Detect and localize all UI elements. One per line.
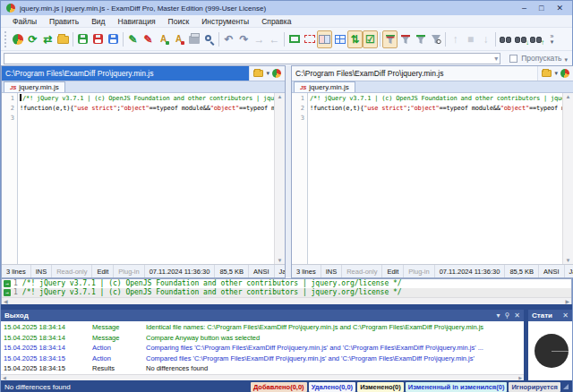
resize-grip[interactable] — [563, 384, 569, 389]
statistics-header: Стати ✕ — [528, 310, 572, 321]
go-forward-button[interactable]: → — [252, 30, 267, 48]
refresh-button[interactable]: ⟳ — [25, 30, 40, 48]
close-button[interactable]: ✕ — [556, 4, 563, 13]
compare-button[interactable] — [10, 30, 25, 48]
code-line-3 — [20, 114, 274, 124]
prev-diff-button[interactable]: ↑ — [448, 30, 463, 48]
right-path-dropdown-icon[interactable]: ▾ — [554, 70, 558, 77]
title-bar[interactable]: jquery.min.js | jquery.min.js - ExamDiff… — [1, 1, 572, 15]
filter-all-diffs-button[interactable] — [382, 30, 398, 48]
menu-item-0[interactable]: Файлы — [6, 17, 43, 26]
toolbar: ⟳⇄✎✎AA↶↷→←⇅☑↑■↓↓↑»▾ — [1, 28, 572, 51]
current-diff-button[interactable]: ■ — [463, 30, 478, 48]
filter-added-button[interactable] — [413, 30, 428, 48]
menu-item-4[interactable]: Поиск — [162, 17, 196, 26]
print-button[interactable] — [186, 30, 201, 48]
inspector-row[interactable]: →1/*! jQuery v3.7.1 | (c) OpenJS Foundat… — [2, 288, 571, 297]
compare-icon[interactable] — [560, 69, 569, 78]
output-close-icon[interactable]: ✕ — [514, 311, 520, 320]
line-inspector: →1/*! jQuery v3.7.1 | (c) OpenJS Foundat… — [1, 278, 572, 304]
show-identical-button[interactable]: ☑ — [363, 30, 378, 48]
search-button[interactable] — [201, 30, 217, 48]
log-row[interactable]: 15.04.2025 18:34:14MessageCompare Anyway… — [1, 333, 524, 344]
status-item-0: 3 lines — [2, 265, 31, 277]
left-file-tab[interactable]: JS jquery.min.js — [4, 81, 65, 92]
output-menu-icon[interactable]: ▾ — [496, 311, 500, 320]
right-scrollbar[interactable]: ▲▼ — [562, 93, 573, 264]
edit-first-button[interactable]: ✎ — [125, 30, 141, 48]
text-caret — [20, 94, 21, 101]
toolbar-overflow-button[interactable]: »▾ — [543, 30, 559, 48]
log-row[interactable]: 15.04.2025 18:34:15ResultsNo differences… — [1, 363, 524, 374]
table-view-button[interactable] — [332, 30, 347, 48]
output-pin-icon[interactable]: ⚲ — [504, 311, 509, 320]
js-file-icon: JS — [300, 85, 306, 90]
right-file-tab[interactable]: JS jquery.min.js — [294, 81, 355, 92]
find-next-button[interactable]: ↓ — [513, 30, 528, 48]
save-both-button[interactable] — [106, 30, 121, 48]
show-differences-button[interactable]: ⇅ — [347, 30, 363, 48]
left-file-path[interactable]: C:\Program Files\ExamDiff Pro\jquery.min… — [2, 66, 249, 81]
statistics-pie-chart — [535, 334, 569, 368]
log-row[interactable]: 15.04.2025 18:34:14MessageIdentical file… — [1, 322, 524, 333]
find-button[interactable] — [498, 30, 513, 48]
minimize-button[interactable]: – — [522, 4, 526, 13]
output-hscrollbar[interactable]: ◀▶ — [1, 374, 524, 380]
left-path-dropdown-icon[interactable]: ▾ — [266, 70, 269, 77]
menu-item-5[interactable]: Инструменты — [195, 17, 255, 26]
show-first-pane-button[interactable] — [286, 30, 302, 48]
log-row[interactable]: 15.04.2025 18:34:14ActionComparing files… — [1, 343, 524, 354]
output-title: Выход — [4, 311, 496, 320]
save-first-button[interactable] — [75, 30, 90, 48]
open-left-file-icon[interactable] — [253, 70, 263, 77]
scroll-down-icon: ▼ — [278, 258, 283, 263]
toolbar-separator — [73, 32, 73, 47]
right-file-path[interactable]: C:\Program Files\ExamDiff Pro\jquery.min… — [292, 66, 537, 81]
log-row[interactable]: 15.04.2025 18:34:15ActionCompared files … — [1, 354, 524, 364]
edit-second-button[interactable]: ✎ — [141, 30, 156, 48]
diff-count-badge-2: Изменено(0) — [357, 382, 404, 392]
redo-button[interactable]: ↷ — [236, 30, 252, 48]
stats-close-icon[interactable]: ✕ — [562, 311, 569, 320]
menu-bar: ФайлыПравитьВидНавигацияПоискИнструменты… — [1, 15, 572, 28]
find-prev-button[interactable]: ↑ — [528, 30, 543, 48]
diff-count-badge-1: Удалено(0,0) — [309, 382, 356, 392]
compare-area: C:\Program Files\ExamDiff Pro\jquery.min… — [1, 65, 572, 278]
recompare-swap-button[interactable]: ⇄ — [40, 30, 56, 48]
show-second-pane-button[interactable] — [302, 30, 317, 48]
filter-search-button[interactable] — [428, 30, 443, 48]
status-item-3: Edit — [382, 265, 404, 277]
menu-item-2[interactable]: Вид — [85, 17, 111, 26]
scroll-right-icon: ▶ — [565, 298, 569, 304]
toolbar-separator — [445, 32, 446, 47]
open-right-file-icon[interactable] — [542, 70, 552, 77]
scroll-down-icon: ▼ — [566, 258, 571, 263]
go-back-button[interactable]: ← — [267, 30, 282, 48]
left-scrollbar[interactable]: ▲▼ — [274, 93, 285, 264]
filter-combobox[interactable]: ▾ — [4, 53, 500, 64]
toolbar-separator — [495, 32, 496, 47]
status-item-8: JavaScript — [275, 265, 285, 277]
rename-first-button[interactable]: A — [156, 30, 171, 48]
next-diff-button[interactable]: ↓ — [478, 30, 493, 48]
inspector-row[interactable]: →1/*! jQuery v3.7.1 | (c) OpenJS Foundat… — [2, 279, 571, 288]
undo-button[interactable]: ↶ — [221, 30, 236, 48]
menu-item-6[interactable]: Справка — [255, 17, 297, 26]
skip-dropdown-icon[interactable]: ▾ — [564, 56, 568, 64]
maximize-button[interactable]: □ — [539, 4, 543, 13]
menu-item-1[interactable]: Править — [43, 17, 85, 26]
open-files-button[interactable] — [56, 30, 71, 48]
right-code-editor[interactable]: /*! jQuery v3.7.1 | (c) OpenJS Foundatio… — [308, 93, 562, 264]
filter-deleted-button[interactable] — [398, 30, 413, 48]
split-view-button[interactable] — [317, 30, 332, 48]
inspector-hscrollbar[interactable]: ◀▶ — [2, 297, 571, 304]
rename-second-button[interactable]: A — [171, 30, 186, 48]
toolbar-separator — [380, 32, 381, 47]
toolbar-separator — [123, 32, 124, 47]
menu-item-3[interactable]: Навигация — [112, 17, 162, 26]
compare-icon[interactable] — [272, 69, 281, 78]
status-item-7: ANSI — [249, 265, 275, 277]
skip-checkbox[interactable] — [509, 55, 517, 63]
save-second-button[interactable] — [90, 30, 106, 48]
left-code-editor[interactable]: /*! jQuery v3.7.1 | (c) OpenJS Foundatio… — [18, 93, 274, 264]
